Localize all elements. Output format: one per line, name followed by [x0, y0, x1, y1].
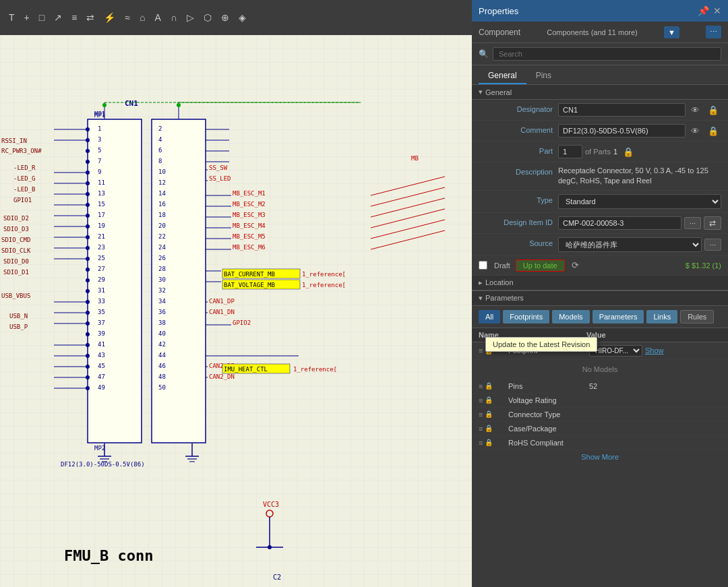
svg-text:DF12(3.0)-50DS-0.5V(86): DF12(3.0)-50DS-0.5V(86) — [61, 461, 145, 468]
toolbar-extra2[interactable]: ⬡ — [200, 9, 215, 26]
rules-button[interactable]: Rules — [680, 310, 714, 323]
svg-point-168 — [266, 510, 273, 517]
params-section-header: ▾ Parameters — [472, 291, 728, 306]
rohs-vis-icon: ≡ — [479, 439, 483, 447]
param-btn-links[interactable]: Links — [646, 310, 677, 323]
toolbar-rect[interactable]: □ — [36, 9, 48, 26]
svg-text:BAT_VOLTAGE_MB: BAT_VOLTAGE_MB — [224, 282, 275, 288]
toolbar-net[interactable]: ≈ — [121, 9, 133, 26]
general-label: General — [485, 88, 512, 96]
source-row: Source 哈萨维的器件库 ··· — [472, 234, 728, 256]
params-collapse-icon[interactable]: ▾ — [479, 294, 483, 303]
connector-icons: ≡ 🔒 — [479, 410, 508, 419]
close-icon[interactable]: ✕ — [713, 5, 721, 16]
design-item-input[interactable] — [558, 216, 681, 230]
tab-general[interactable]: General — [479, 68, 526, 84]
price-text: $ $1.32 (1) — [686, 261, 721, 270]
filter-button[interactable]: ▼ — [664, 26, 679, 38]
svg-text:41: 41 — [98, 341, 105, 348]
toolbar-bus[interactable]: ≡ — [68, 9, 80, 26]
svg-text:32: 32 — [158, 287, 166, 294]
svg-text:RSSI_IN: RSSI_IN — [1, 137, 27, 144]
svg-text:IMU_HEAT_CTL: IMU_HEAT_CTL — [224, 366, 268, 373]
svg-text:11: 11 — [98, 179, 105, 186]
part-value-container: of Parts 1 🔒 — [558, 145, 721, 158]
svg-text:USB_P: USB_P — [9, 323, 28, 330]
type-select[interactable]: Standard — [558, 194, 721, 209]
pins-vis-icon: ≡ — [479, 382, 483, 390]
svg-point-105 — [86, 278, 90, 282]
param-btn-all[interactable]: All — [479, 310, 500, 323]
properties-title: Properties — [479, 6, 518, 16]
svg-text:CN1: CN1 — [125, 99, 138, 108]
uptodate-button[interactable]: Up to date — [516, 259, 565, 272]
general-section[interactable]: ▾ General Designator 👁 🔒 Comment 👁 🔒 Par… — [472, 85, 728, 587]
toolbar-extra3[interactable]: ⊕ — [218, 9, 233, 26]
pins-value: 52 — [589, 382, 721, 390]
svg-text:SS_LED: SS_LED — [209, 175, 231, 182]
svg-point-175 — [102, 103, 107, 107]
draft-checkbox[interactable] — [479, 261, 487, 270]
svg-text:14: 14 — [158, 190, 166, 197]
design-item-arrow-btn[interactable]: ⇄ — [704, 216, 721, 230]
design-item-id-container: ··· ⇄ — [558, 216, 721, 230]
part-lock-btn[interactable]: 🔒 — [620, 146, 636, 158]
search-input[interactable] — [493, 47, 721, 61]
comment-lock-btn[interactable]: 🔒 — [705, 125, 721, 137]
svg-text:CAN1_DN: CAN1_DN — [209, 309, 235, 315]
svg-text:3: 3 — [98, 136, 101, 143]
location-collapse-icon[interactable]: ▸ — [479, 278, 483, 287]
designator-lock-btn[interactable]: 🔒 — [705, 104, 721, 117]
source-select[interactable]: 哈萨维的器件库 — [558, 237, 702, 252]
design-item-dots-btn[interactable]: ··· — [684, 217, 701, 229]
tab-pins[interactable]: Pins — [526, 68, 561, 84]
toolbar-cursor[interactable]: T — [5, 9, 18, 26]
comment-eye-btn[interactable]: 👁 — [688, 125, 702, 137]
type-label: Type — [479, 194, 553, 204]
toolbar-extra1[interactable]: ▷ — [183, 9, 198, 26]
param-btn-parameters[interactable]: Parameters — [593, 310, 644, 323]
toolbar-swap[interactable]: ⇄ — [83, 9, 98, 26]
svg-text:44: 44 — [158, 352, 166, 359]
svg-text:30: 30 — [158, 276, 166, 283]
collapse-icon[interactable]: ▾ — [479, 88, 483, 96]
schematic-area[interactable]: T + □ ↗ ≡ ⇄ ⚡ ≈ ⌂ A ∩ ▷ ⬡ ⊕ ◈ RSSI_IN RC… — [0, 0, 472, 587]
designator-input[interactable] — [558, 103, 686, 117]
comment-label: Comment — [479, 124, 553, 134]
svg-text:17: 17 — [98, 212, 105, 218]
voltage-name: Voltage Rating — [508, 396, 589, 404]
schematic-canvas[interactable]: RSSI_IN RC_PWR3_ON# -LED_R -LED_G -LED_B… — [0, 35, 472, 587]
param-btn-models[interactable]: Models — [552, 310, 589, 323]
description-row: Description Receptacle Connector, 50 V, … — [472, 162, 728, 191]
param-btn-footprints[interactable]: Footprints — [503, 310, 549, 323]
toolbar-arc[interactable]: ∩ — [167, 9, 181, 26]
toolbar-extra4[interactable]: ◈ — [235, 9, 249, 26]
part-input[interactable] — [558, 145, 582, 158]
svg-text:RC_PWR3_ON#: RC_PWR3_ON# — [1, 148, 42, 154]
show-more-link[interactable]: Show More — [581, 453, 619, 461]
comment-input[interactable] — [558, 124, 686, 137]
designator-eye-btn[interactable]: 👁 — [688, 104, 702, 117]
svg-text:1_reference[: 1_reference[ — [293, 366, 337, 373]
svg-text:1: 1 — [98, 125, 101, 132]
svg-text:34: 34 — [158, 298, 166, 305]
source-dots-btn[interactable]: ··· — [704, 239, 721, 251]
component-row: Component Components (and 11 more) ▼ ⋯ — [472, 22, 728, 43]
pin-icon[interactable]: 📌 — [698, 5, 709, 16]
designator-label: Designator — [479, 103, 553, 113]
connector-type-name: Connector Type — [508, 410, 589, 419]
toolbar-add[interactable]: + — [21, 9, 33, 26]
toolbar-wire[interactable]: ↗ — [51, 9, 65, 26]
show-link[interactable]: Show — [645, 346, 664, 354]
toolbar-power[interactable]: ⚡ — [100, 9, 119, 26]
pins-icons: ≡ 🔒 — [479, 382, 508, 390]
filter-button-2[interactable]: ⋯ — [706, 26, 721, 38]
header-controls: 📌 ✕ — [698, 5, 721, 16]
params-section: ▾ Parameters All Footprints Models Param… — [472, 291, 728, 464]
toolbar-text[interactable]: A — [152, 9, 164, 26]
svg-text:FMU_B conn: FMU_B conn — [64, 547, 153, 564]
toolbar-comp[interactable]: ⌂ — [136, 9, 148, 26]
svg-line-184 — [371, 220, 445, 239]
refresh-icon[interactable]: ⟳ — [572, 260, 579, 270]
source-value-container: 哈萨维的器件库 ··· — [558, 237, 721, 252]
